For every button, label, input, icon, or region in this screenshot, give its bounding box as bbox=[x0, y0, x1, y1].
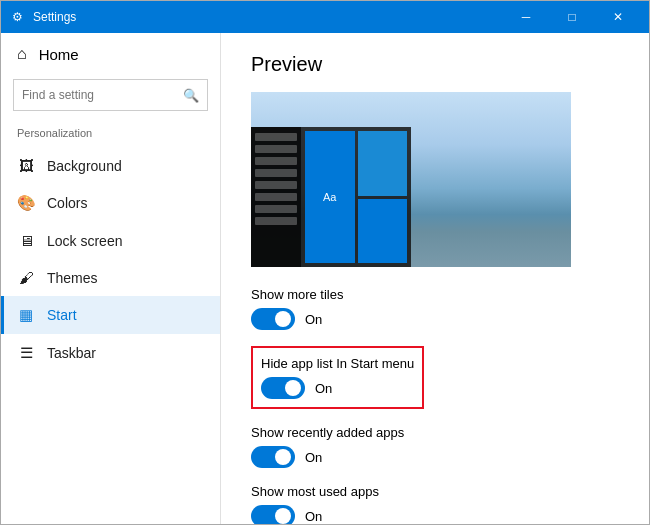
sidebar-item-themes-label: Themes bbox=[47, 270, 98, 286]
taskbar-icon: ☰ bbox=[17, 344, 35, 362]
settings-window: ⚙ Settings ─ □ ✕ ⌂ Home 🔍 Personalizatio… bbox=[0, 0, 650, 525]
toggle-show-most-used[interactable] bbox=[251, 505, 295, 524]
app-list-item bbox=[255, 181, 297, 189]
toggle-knob-show-recently-added bbox=[275, 449, 291, 465]
setting-show-recently-added: Show recently added apps On bbox=[251, 425, 619, 468]
setting-label-show-most-used: Show most used apps bbox=[251, 484, 619, 499]
setting-show-most-used: Show most used apps On bbox=[251, 484, 619, 524]
app-list-item bbox=[255, 133, 297, 141]
page-title: Preview bbox=[251, 53, 619, 76]
setting-label-hide-app-list: Hide app list In Start menu bbox=[261, 356, 414, 371]
app-list-item bbox=[255, 217, 297, 225]
start-icon: ▦ bbox=[17, 306, 35, 324]
toggle-row-show-recently-added: On bbox=[251, 446, 619, 468]
colors-icon: 🎨 bbox=[17, 194, 35, 212]
minimize-button[interactable]: ─ bbox=[503, 1, 549, 33]
titlebar: ⚙ Settings ─ □ ✕ bbox=[1, 1, 649, 33]
toggle-state-hide-app-list: On bbox=[315, 381, 332, 396]
toggle-hide-app-list[interactable] bbox=[261, 377, 305, 399]
tile-bottom-right bbox=[358, 199, 408, 264]
toggle-show-more-tiles[interactable] bbox=[251, 308, 295, 330]
content-area: Preview bbox=[221, 33, 649, 524]
main-content: ⌂ Home 🔍 Personalization 🖼 Background 🎨 … bbox=[1, 33, 649, 524]
app-icon: ⚙ bbox=[9, 9, 25, 25]
window-title: Settings bbox=[33, 10, 503, 24]
app-list-item bbox=[255, 157, 297, 165]
search-input[interactable] bbox=[22, 88, 183, 102]
sidebar-item-taskbar-label: Taskbar bbox=[47, 345, 96, 361]
sidebar: ⌂ Home 🔍 Personalization 🖼 Background 🎨 … bbox=[1, 33, 221, 524]
app-list-item bbox=[255, 193, 297, 201]
home-label: Home bbox=[39, 46, 79, 63]
toggle-state-show-more-tiles: On bbox=[305, 312, 322, 327]
toggle-state-show-most-used: On bbox=[305, 509, 322, 524]
sidebar-item-themes[interactable]: 🖌 Themes bbox=[1, 259, 220, 296]
maximize-button[interactable]: □ bbox=[549, 1, 595, 33]
tile-main: Aa bbox=[305, 131, 355, 263]
home-icon: ⌂ bbox=[17, 45, 27, 63]
start-tiles-preview: Aa bbox=[301, 127, 411, 267]
app-list-item bbox=[255, 169, 297, 177]
preview-mockup: Aa bbox=[251, 92, 571, 267]
search-box[interactable]: 🔍 bbox=[13, 79, 208, 111]
toggle-row-show-more-tiles: On bbox=[251, 308, 619, 330]
toggle-row-hide-app-list: On bbox=[261, 377, 414, 399]
toggle-show-recently-added[interactable] bbox=[251, 446, 295, 468]
sidebar-item-background-label: Background bbox=[47, 158, 122, 174]
preview-image: Aa bbox=[251, 92, 571, 267]
app-list-item bbox=[255, 205, 297, 213]
apps-list-preview bbox=[251, 127, 301, 267]
background-icon: 🖼 bbox=[17, 157, 35, 174]
toggle-knob-show-most-used bbox=[275, 508, 291, 524]
sidebar-item-lockscreen[interactable]: 🖥 Lock screen bbox=[1, 222, 220, 259]
sidebar-item-lockscreen-label: Lock screen bbox=[47, 233, 122, 249]
sidebar-item-home[interactable]: ⌂ Home bbox=[1, 33, 220, 75]
highlighted-setting-hide-app-list: Hide app list In Start menu On bbox=[251, 346, 424, 409]
toggle-state-show-recently-added: On bbox=[305, 450, 322, 465]
sidebar-item-start[interactable]: ▦ Start bbox=[1, 296, 220, 334]
lockscreen-icon: 🖥 bbox=[17, 232, 35, 249]
sidebar-item-colors[interactable]: 🎨 Colors bbox=[1, 184, 220, 222]
setting-label-show-recently-added: Show recently added apps bbox=[251, 425, 619, 440]
sidebar-item-start-label: Start bbox=[47, 307, 77, 323]
close-button[interactable]: ✕ bbox=[595, 1, 641, 33]
start-menu-preview: Aa bbox=[251, 127, 411, 267]
toggle-row-show-most-used: On bbox=[251, 505, 619, 524]
setting-show-more-tiles: Show more tiles On bbox=[251, 287, 619, 330]
sidebar-section-title: Personalization bbox=[1, 123, 220, 147]
tile-top-right bbox=[358, 131, 408, 196]
toggle-knob-hide-app-list bbox=[285, 380, 301, 396]
window-controls: ─ □ ✕ bbox=[503, 1, 641, 33]
themes-icon: 🖌 bbox=[17, 269, 35, 286]
sidebar-item-background[interactable]: 🖼 Background bbox=[1, 147, 220, 184]
sidebar-item-taskbar[interactable]: ☰ Taskbar bbox=[1, 334, 220, 372]
setting-label-show-more-tiles: Show more tiles bbox=[251, 287, 619, 302]
search-icon: 🔍 bbox=[183, 88, 199, 103]
toggle-knob-show-more-tiles bbox=[275, 311, 291, 327]
sidebar-item-colors-label: Colors bbox=[47, 195, 87, 211]
app-list-item bbox=[255, 145, 297, 153]
